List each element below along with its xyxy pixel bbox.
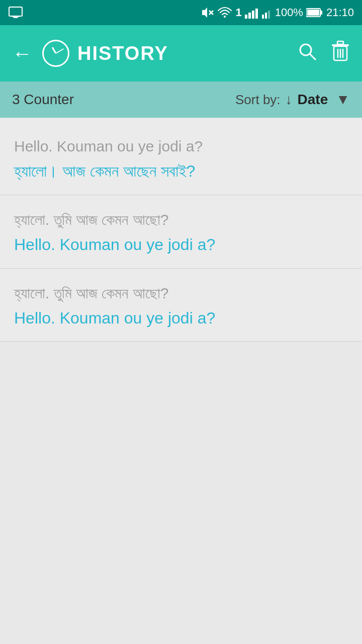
history-item-source: হ্যালো. তুমি আজ কেমন আছো? <box>14 283 348 304</box>
history-item[interactable]: হ্যালো. তুমি আজ কেমন আছো?Hello. Kouman o… <box>0 195 362 269</box>
history-item-translation: হ্যালো। আজ কেমন আছেন সবাই? <box>14 160 348 183</box>
history-item-translation: Hello. Kouman ou ye jodi a? <box>14 233 348 256</box>
svg-rect-8 <box>252 11 254 19</box>
trash-icon <box>331 40 350 62</box>
sort-field-label: Date <box>298 92 328 108</box>
back-button[interactable]: ← <box>12 43 32 63</box>
mute-icon <box>200 6 214 20</box>
history-item[interactable]: হ্যালো. তুমি আজ কেমন আছো?Hello. Kouman o… <box>0 269 362 342</box>
svg-rect-6 <box>245 15 247 19</box>
signal-icon <box>245 7 259 19</box>
svg-rect-0 <box>9 7 22 16</box>
search-button[interactable] <box>298 42 317 65</box>
history-item-source: Hello. Kouman ou ye jodi a? <box>14 136 348 157</box>
app-bar: ← HISTORY <box>0 25 362 82</box>
svg-rect-11 <box>265 13 267 19</box>
svg-rect-19 <box>337 41 343 44</box>
svg-rect-7 <box>248 13 251 19</box>
sim-indicator: 1 <box>235 6 241 19</box>
history-list: Hello. Kouman ou ye jodi a?হ্যালো। আজ কে… <box>0 118 362 342</box>
svg-line-17 <box>310 54 315 59</box>
sort-section[interactable]: Sort by: ↓ Date ▼ <box>235 92 350 108</box>
sort-by-label: Sort by: <box>235 92 281 108</box>
clock-time: 21:10 <box>326 6 354 19</box>
screen-icon <box>8 5 23 20</box>
history-item[interactable]: Hello. Kouman ou ye jodi a?হ্যালো। আজ কে… <box>0 122 362 195</box>
app-bar-title-section: HISTORY <box>42 40 298 67</box>
sort-dropdown-icon[interactable]: ▼ <box>336 92 350 108</box>
delete-button[interactable] <box>331 40 350 67</box>
signal2-icon <box>262 7 272 19</box>
wifi-icon <box>217 6 232 20</box>
svg-rect-1 <box>12 16 19 17</box>
toolbar: 3 Counter Sort by: ↓ Date ▼ <box>0 82 362 118</box>
battery-icon <box>306 7 323 19</box>
app-bar-actions <box>298 40 350 67</box>
status-left <box>8 5 23 20</box>
svg-rect-2 <box>14 17 18 18</box>
svg-rect-15 <box>307 10 319 16</box>
svg-point-5 <box>224 16 226 18</box>
sort-direction-icon: ↓ <box>286 92 293 108</box>
battery-text: 100% <box>275 6 303 19</box>
status-icons: 1 100% 21:10 <box>200 6 354 20</box>
history-item-translation: Hello. Kouman ou ye jodi a? <box>14 307 348 330</box>
status-bar: 1 100% 21:10 <box>0 0 362 25</box>
history-item-source: হ্যালো. তুমি আজ কেমন আছো? <box>14 209 348 230</box>
clock-hand-minute <box>56 48 64 54</box>
svg-rect-14 <box>320 11 322 15</box>
app-bar-title: HISTORY <box>77 43 168 64</box>
svg-rect-10 <box>262 15 264 19</box>
clock-icon <box>42 40 69 67</box>
counter-label: 3 Counter <box>12 92 74 108</box>
search-icon <box>298 42 317 61</box>
svg-rect-12 <box>268 11 270 19</box>
svg-rect-9 <box>255 9 258 19</box>
